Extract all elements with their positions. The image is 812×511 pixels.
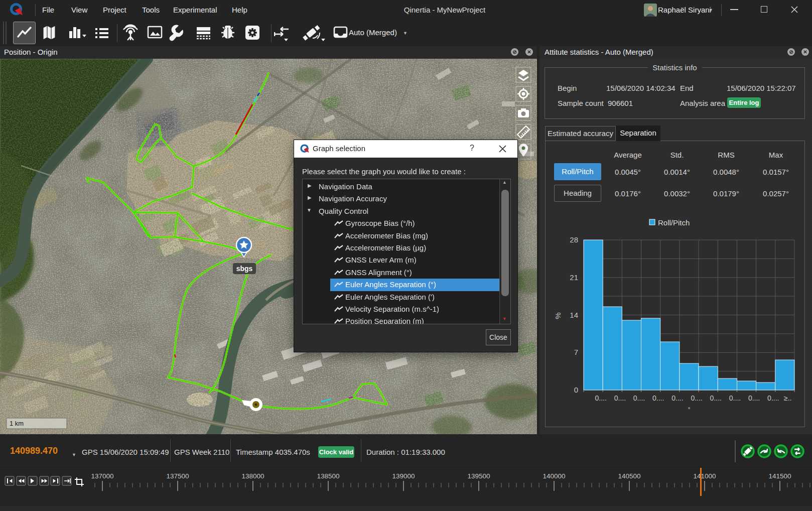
svg-text:0....: 0.... bbox=[671, 394, 683, 402]
svg-text:141000: 141000 bbox=[693, 472, 716, 480]
svg-text:sbgs: sbgs bbox=[236, 265, 253, 273]
svg-text:Roll/Pitch: Roll/Pitch bbox=[658, 218, 690, 227]
svg-text:21: 21 bbox=[570, 273, 578, 282]
svg-text:0....: 0.... bbox=[595, 394, 607, 402]
svg-text:0....: 0.... bbox=[767, 394, 779, 402]
svg-text:137500: 137500 bbox=[166, 472, 189, 480]
svg-text:7: 7 bbox=[574, 348, 578, 356]
svg-text:138000: 138000 bbox=[241, 472, 264, 480]
svg-text:14: 14 bbox=[570, 311, 578, 319]
svg-text:%: % bbox=[554, 312, 562, 319]
svg-text:0....: 0.... bbox=[614, 394, 626, 402]
svg-text:139000: 139000 bbox=[392, 472, 415, 480]
svg-text:0....: 0.... bbox=[633, 394, 645, 402]
svg-text:0....: 0.... bbox=[652, 394, 664, 402]
svg-text:141500: 141500 bbox=[768, 472, 791, 480]
svg-text:0....: 0.... bbox=[729, 394, 741, 402]
svg-text:28: 28 bbox=[570, 235, 578, 244]
svg-text:≥..: ≥.. bbox=[784, 394, 791, 402]
svg-text:137000: 137000 bbox=[91, 472, 113, 480]
svg-text:0....: 0.... bbox=[691, 394, 702, 402]
svg-text:138500: 138500 bbox=[317, 472, 339, 480]
svg-text:0: 0 bbox=[574, 386, 578, 394]
svg-text:0....: 0.... bbox=[710, 394, 722, 402]
svg-text:139500: 139500 bbox=[467, 472, 490, 480]
svg-text:°: ° bbox=[688, 406, 690, 413]
svg-text:140000: 140000 bbox=[543, 472, 565, 480]
svg-text:140500: 140500 bbox=[618, 472, 640, 480]
svg-text:1 km: 1 km bbox=[10, 420, 24, 427]
svg-text:0....: 0.... bbox=[748, 394, 760, 402]
